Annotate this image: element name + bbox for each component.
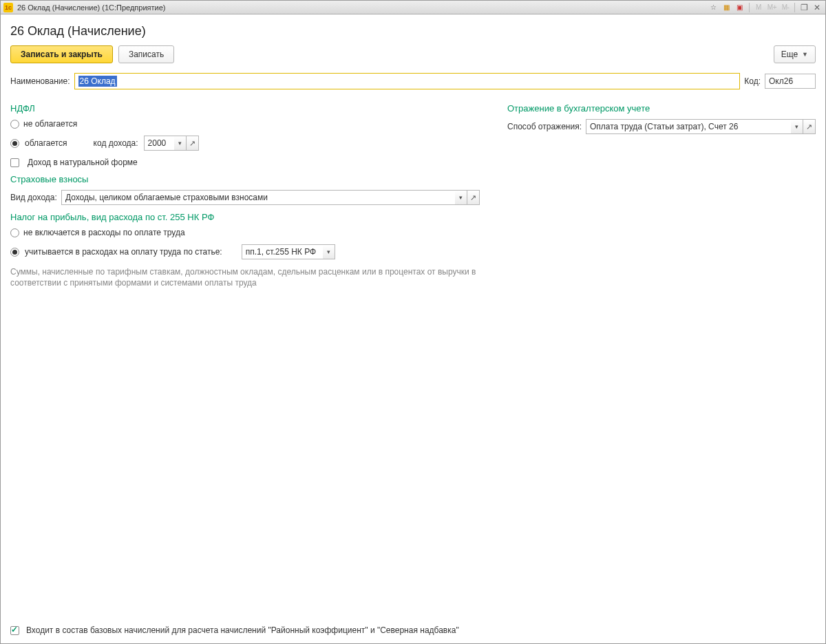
accounting-header: Отражение в бухгалтерском учете: [507, 103, 816, 114]
favorite-icon[interactable]: ☆: [708, 3, 719, 12]
toolbar: Записать и закрыть Записать Еще ▼: [10, 45, 816, 63]
name-label: Наименование:: [10, 76, 70, 86]
income-type-row: Вид дохода: ▾ ↗: [10, 190, 480, 205]
natural-income-label: Доход в натуральной форме: [28, 158, 138, 167]
memory-mplus-button[interactable]: M+: [766, 3, 778, 12]
income-type-dropdown-icon[interactable]: ▾: [455, 190, 467, 205]
base-accrual-label: Входит в состав базовых начислений для р…: [26, 625, 459, 635]
save-and-close-label: Записать и закрыть: [21, 50, 103, 59]
base-accrual-checkbox[interactable]: [10, 626, 19, 635]
income-code-label: код дохода:: [94, 138, 138, 148]
accounting-method-input[interactable]: [586, 119, 791, 134]
left-column: НДФЛ не облагается облагается код дохода…: [10, 96, 480, 288]
insurance-header: Страховые взносы: [10, 174, 480, 184]
income-code-select[interactable]: ▾ ↗: [144, 136, 199, 151]
income-type-label: Вид дохода:: [10, 193, 57, 202]
taxed-label: облагается: [25, 138, 67, 148]
article-dropdown-icon[interactable]: ▾: [323, 244, 335, 259]
profit-included-label: учитывается в расходах на оплату труда п…: [25, 247, 222, 257]
name-value-selected: 26 Оклад: [78, 76, 117, 87]
article-select[interactable]: ▾: [242, 244, 335, 259]
app-icon: 1c: [3, 3, 13, 12]
accounting-method-open-icon[interactable]: ↗: [803, 119, 816, 134]
columns: НДФЛ не облагается облагается код дохода…: [10, 96, 816, 288]
save-button[interactable]: Записать: [118, 45, 174, 63]
save-label: Записать: [129, 50, 164, 59]
income-code-open-icon[interactable]: ↗: [187, 136, 199, 151]
radio-not-taxed[interactable]: [10, 120, 19, 129]
titlebar: 1c 26 Оклад (Начисление) (1С:Предприятие…: [1, 1, 825, 14]
page-title: 26 Оклад (Начисление): [10, 24, 816, 39]
accounting-method-select[interactable]: ▾ ↗: [586, 119, 816, 134]
restore-window-icon[interactable]: ❐: [798, 3, 809, 12]
more-button[interactable]: Еще ▼: [774, 45, 816, 63]
name-code-row: Наименование: 26 Оклад Код:: [10, 73, 816, 89]
accounting-method-row: Способ отражения: ▾ ↗: [507, 119, 816, 134]
income-type-select[interactable]: ▾ ↗: [61, 190, 480, 205]
income-code-input[interactable]: [144, 136, 174, 151]
income-code-dropdown-icon[interactable]: ▾: [174, 136, 187, 151]
memory-m-button[interactable]: M: [753, 3, 764, 12]
income-type-input[interactable]: [61, 190, 455, 205]
ndfl-not-taxed-row[interactable]: не облагается: [10, 119, 480, 129]
footer-row: Входит в состав базовых начислений для р…: [10, 625, 459, 635]
calculator-icon[interactable]: ▦: [721, 3, 732, 12]
profit-tax-hint: Суммы, начисленные по тарифным ставкам, …: [10, 266, 480, 288]
profit-not-included-row[interactable]: не включается в расходы по оплате труда: [10, 228, 480, 237]
window-title: 26 Оклад (Начисление) (1С:Предприятие): [17, 3, 165, 12]
natural-income-row[interactable]: Доход в натуральной форме: [10, 158, 480, 167]
income-type-open-icon[interactable]: ↗: [467, 190, 480, 205]
content-area: 26 Оклад (Начисление) Записать и закрыть…: [1, 14, 825, 643]
accounting-method-label: Способ отражения:: [507, 122, 582, 131]
close-window-icon[interactable]: ✕: [812, 3, 823, 12]
profit-tax-header: Налог на прибыль, вид расхода по ст. 255…: [10, 212, 480, 222]
code-input[interactable]: [765, 74, 816, 89]
radio-taxed[interactable]: [10, 139, 19, 148]
name-input[interactable]: 26 Оклад: [74, 73, 741, 89]
chevron-down-icon: ▼: [802, 51, 808, 58]
save-and-close-button[interactable]: Записать и закрыть: [10, 45, 113, 63]
not-taxed-label: не облагается: [23, 119, 77, 129]
more-label: Еще: [781, 50, 798, 59]
right-column: Отражение в бухгалтерском учете Способ о…: [507, 96, 816, 288]
article-input[interactable]: [242, 244, 323, 259]
code-label: Код:: [744, 76, 761, 86]
titlebar-buttons: ☆ ▦ ▣ M M+ M- ❐ ✕: [708, 3, 823, 12]
ndfl-header: НДФЛ: [10, 103, 480, 114]
memory-mminus-button[interactable]: M-: [780, 3, 791, 12]
profit-included-row: учитывается в расходах на оплату труда п…: [10, 244, 480, 259]
radio-profit-included[interactable]: [10, 248, 19, 257]
window-frame: 1c 26 Оклад (Начисление) (1С:Предприятие…: [0, 0, 826, 644]
profit-not-included-label: не включается в расходы по оплате труда: [23, 228, 185, 237]
radio-profit-not-included[interactable]: [10, 228, 19, 237]
ndfl-taxed-row: облагается код дохода: ▾ ↗: [10, 136, 480, 151]
natural-income-checkbox[interactable]: [10, 158, 19, 167]
calendar-icon[interactable]: ▣: [734, 3, 745, 12]
accounting-method-dropdown-icon[interactable]: ▾: [791, 119, 803, 134]
